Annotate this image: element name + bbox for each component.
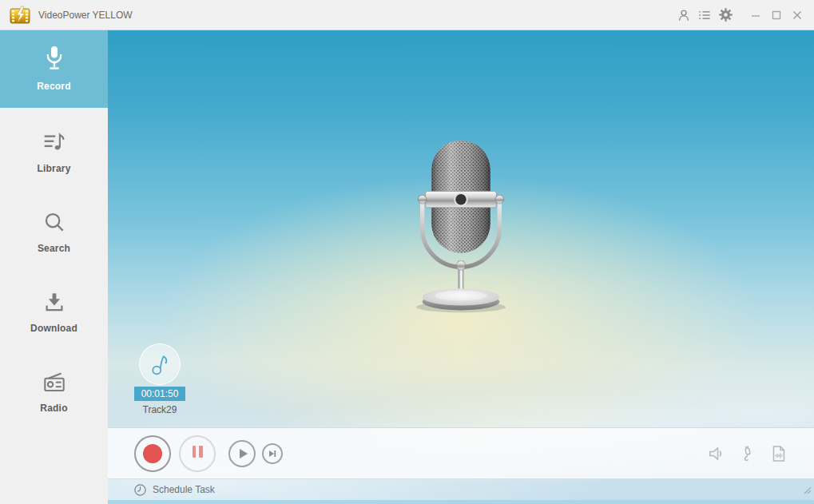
vintage-microphone-image bbox=[415, 134, 507, 323]
search-icon bbox=[42, 208, 66, 234]
close-icon bbox=[790, 8, 804, 22]
playlist-icon bbox=[697, 7, 713, 23]
minimize-button[interactable] bbox=[745, 5, 766, 26]
sidebar-item-library[interactable]: Library bbox=[0, 108, 108, 188]
output-settings-icons bbox=[705, 442, 791, 465]
close-button[interactable] bbox=[787, 5, 808, 26]
maximize-button[interactable] bbox=[766, 5, 787, 26]
sidebar-label-library: Library bbox=[37, 163, 70, 174]
main-record-panel: 00:01:50 Track29 bbox=[108, 30, 814, 504]
gear-icon bbox=[717, 6, 734, 23]
titlebar: VideoPower YELLOW bbox=[0, 0, 814, 30]
mic-input-icon bbox=[738, 444, 757, 463]
pause-button[interactable] bbox=[179, 435, 216, 472]
clock-icon bbox=[133, 483, 147, 497]
next-track-button[interactable] bbox=[262, 443, 283, 464]
bottom-accent-strip bbox=[108, 500, 814, 504]
maximize-icon bbox=[769, 8, 784, 22]
sidebar-item-search[interactable]: Search bbox=[0, 188, 108, 268]
resize-grip[interactable] bbox=[802, 485, 812, 494]
minimize-icon bbox=[748, 8, 763, 22]
recorded-track-item[interactable]: 00:01:50 Track29 bbox=[134, 343, 185, 415]
next-icon bbox=[268, 449, 277, 458]
user-account-button[interactable] bbox=[673, 5, 694, 26]
audio-format-button[interactable] bbox=[767, 442, 791, 465]
speaker-volume-button[interactable] bbox=[705, 442, 729, 465]
speaker-icon bbox=[707, 444, 726, 463]
sidebar-item-download[interactable]: Download bbox=[0, 268, 108, 347]
schedule-task-button[interactable]: Schedule Task bbox=[153, 484, 215, 495]
sidebar-label-download: Download bbox=[30, 323, 77, 334]
pause-icon bbox=[193, 446, 203, 461]
track-thumbnail bbox=[139, 343, 181, 385]
record-button[interactable] bbox=[134, 435, 171, 472]
record-icon bbox=[143, 444, 162, 463]
play-icon bbox=[240, 449, 248, 458]
sidebar-item-radio[interactable]: Radio bbox=[0, 347, 108, 427]
playlist-menu-button[interactable] bbox=[694, 5, 715, 26]
sidebar-label-record: Record bbox=[37, 81, 71, 92]
user-icon bbox=[676, 7, 692, 23]
play-button[interactable] bbox=[228, 440, 256, 467]
track-name-label: Track29 bbox=[134, 404, 185, 415]
sidebar-label-radio: Radio bbox=[40, 403, 67, 414]
app-logo-icon bbox=[10, 6, 31, 25]
sidebar-label-search: Search bbox=[38, 243, 70, 254]
titlebar-controls bbox=[673, 5, 808, 26]
statusbar: Schedule Task bbox=[108, 479, 814, 500]
mic-input-button[interactable] bbox=[736, 442, 760, 465]
audio-file-icon bbox=[769, 444, 788, 463]
microphone-icon bbox=[42, 46, 66, 72]
transport-controlbar bbox=[108, 427, 814, 479]
radio-icon bbox=[42, 368, 67, 394]
sidebar: Record Library Search bbox=[0, 30, 108, 504]
window-title: VideoPower YELLOW bbox=[38, 10, 133, 21]
app-window: VideoPower YELLOW bbox=[0, 0, 814, 504]
track-duration-badge: 00:01:50 bbox=[134, 387, 185, 401]
music-note-icon bbox=[149, 352, 171, 376]
settings-button[interactable] bbox=[715, 5, 736, 26]
music-list-icon bbox=[42, 129, 67, 154]
download-icon bbox=[42, 288, 66, 314]
sidebar-item-record[interactable]: Record bbox=[0, 30, 108, 108]
